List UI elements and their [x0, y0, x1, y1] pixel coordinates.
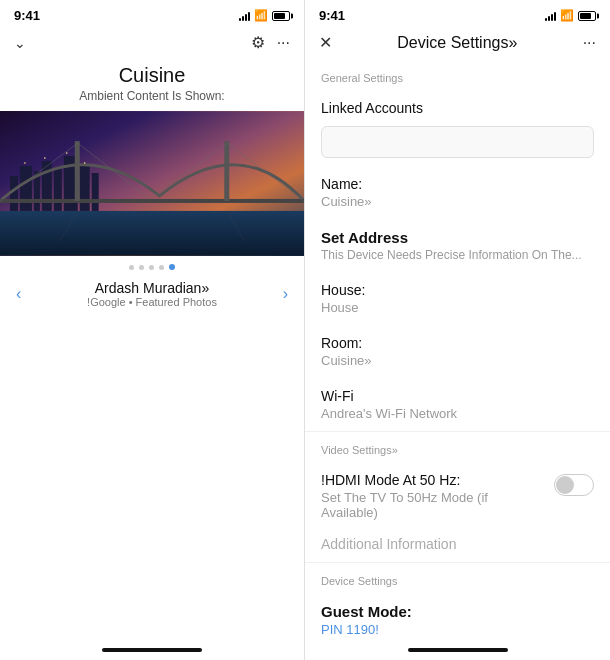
room-label: Room: — [321, 335, 594, 351]
home-indicator-right — [408, 648, 508, 652]
svg-rect-10 — [0, 199, 304, 203]
svg-rect-3 — [20, 166, 32, 211]
dot-5[interactable] — [169, 264, 175, 270]
dot-4[interactable] — [159, 265, 164, 270]
chevron-down-icon[interactable]: ⌄ — [14, 35, 26, 51]
hdmi-desc: Set The TV To 50Hz Mode (if Available) — [321, 490, 546, 520]
general-settings-header: General Settings — [305, 60, 610, 90]
svg-point-21 — [66, 152, 68, 154]
page-title: Device Settings» — [397, 34, 517, 52]
toggle-knob — [556, 476, 574, 494]
hdmi-mode-row[interactable]: !HDMI Mode At 50 Hz: Set The TV To 50Hz … — [305, 462, 610, 530]
svg-rect-6 — [54, 169, 62, 211]
photo-attribution-row: ‹ Ardash Muradian» !Google • Featured Ph… — [0, 274, 304, 314]
set-address-label: Set Address — [321, 229, 594, 246]
right-top-bar: ✕ Device Settings» ··· — [305, 27, 610, 60]
guest-mode-value: PIN 1190! — [321, 622, 594, 637]
svg-point-20 — [44, 157, 46, 159]
dot-3[interactable] — [149, 265, 154, 270]
guest-mode-row[interactable]: Guest Mode: PIN 1190! — [305, 593, 610, 647]
name-row[interactable]: Name: Cuisine» — [305, 166, 610, 219]
wifi-row[interactable]: Wi-Fi Andrea's Wi-Fi Network — [305, 378, 610, 431]
wifi-label: Wi-Fi — [321, 388, 594, 404]
right-panel: 9:41 📶 ✕ Device Settings» ··· General Se… — [305, 0, 610, 660]
svg-rect-11 — [75, 141, 80, 201]
ambient-status: Ambient Content Is Shown: — [0, 89, 304, 111]
device-settings-header: Device Settings — [305, 563, 610, 593]
wifi-icon: 📶 — [254, 9, 268, 22]
left-panel: 9:41 📶 ⌄ ⚙ ··· Cuisine Ambient Content I… — [0, 0, 305, 660]
time-right: 9:41 — [319, 8, 345, 23]
wifi-value: Andrea's Wi-Fi Network — [321, 406, 594, 421]
name-label: Name: — [321, 176, 594, 192]
settings-content: General Settings Linked Accounts Name: C… — [305, 60, 610, 648]
set-address-row[interactable]: Set Address This Device Needs Precise In… — [305, 219, 610, 272]
guest-mode-label: Guest Mode: — [321, 603, 594, 620]
gear-icon[interactable]: ⚙ — [251, 33, 265, 52]
signal-icon — [239, 11, 250, 21]
top-icons: ⚙ ··· — [251, 33, 290, 52]
set-address-desc: This Device Needs Precise Information On… — [321, 248, 594, 262]
linked-accounts-row[interactable]: Linked Accounts — [305, 90, 610, 126]
device-name: Cuisine — [0, 60, 304, 89]
home-indicator-left — [102, 648, 202, 652]
house-row[interactable]: House: House — [305, 272, 610, 325]
next-photo-button[interactable]: › — [283, 285, 288, 303]
hdmi-toggle-text: !HDMI Mode At 50 Hz: Set The TV To 50Hz … — [321, 472, 554, 520]
time-left: 9:41 — [14, 8, 40, 23]
linked-accounts-label: Linked Accounts — [321, 100, 594, 116]
hdmi-label: !HDMI Mode At 50 Hz: — [321, 472, 546, 488]
svg-rect-8 — [80, 166, 90, 211]
house-value: House — [321, 300, 594, 315]
room-value: Cuisine» — [321, 353, 594, 368]
photographer-name: Ardash Muradian» — [87, 280, 217, 296]
more-options-button[interactable]: ··· — [583, 34, 596, 52]
close-button[interactable]: ✕ — [319, 33, 332, 52]
photo-source: !Google • Featured Photos — [87, 296, 217, 308]
status-bar-left: 9:41 📶 — [0, 0, 304, 27]
photo-info: Ardash Muradian» !Google • Featured Phot… — [87, 280, 217, 308]
room-row[interactable]: Room: Cuisine» — [305, 325, 610, 378]
hdmi-toggle-container: !HDMI Mode At 50 Hz: Set The TV To 50Hz … — [321, 472, 594, 520]
house-label: House: — [321, 282, 594, 298]
battery-icon-right — [578, 11, 596, 21]
svg-rect-1 — [0, 211, 304, 256]
svg-rect-12 — [224, 141, 229, 201]
dot-1[interactable] — [129, 265, 134, 270]
svg-rect-9 — [92, 173, 99, 211]
media-image — [0, 111, 304, 256]
left-top-bar: ⌄ ⚙ ··· — [0, 27, 304, 60]
status-bar-right: 9:41 📶 — [305, 0, 610, 27]
status-icons-right: 📶 — [545, 9, 596, 22]
wifi-icon-right: 📶 — [560, 9, 574, 22]
linked-accounts-box — [321, 126, 594, 158]
additional-info-label[interactable]: Additional Information — [305, 530, 610, 562]
video-settings-header: Video Settings» — [305, 432, 610, 462]
signal-icon-right — [545, 11, 556, 21]
prev-photo-button[interactable]: ‹ — [16, 285, 21, 303]
more-options-icon[interactable]: ··· — [277, 34, 290, 52]
pagination-dots — [0, 256, 304, 274]
battery-icon — [272, 11, 290, 21]
hdmi-toggle[interactable] — [554, 474, 594, 496]
svg-point-22 — [84, 162, 86, 164]
svg-point-19 — [24, 162, 26, 164]
name-value: Cuisine» — [321, 194, 594, 209]
dot-2[interactable] — [139, 265, 144, 270]
status-icons-left: 📶 — [239, 9, 290, 22]
